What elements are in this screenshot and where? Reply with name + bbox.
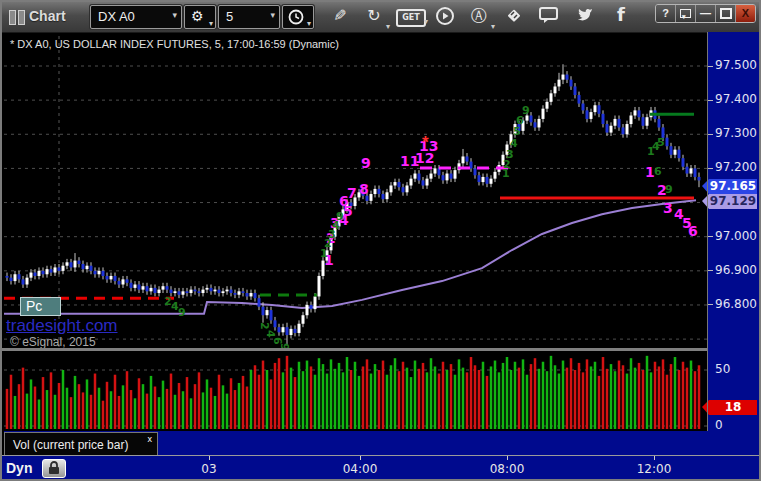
candle-body <box>610 126 613 133</box>
volume-bar <box>138 378 141 429</box>
candle-body <box>118 281 121 284</box>
volume-bar <box>66 388 69 429</box>
volume-bar <box>62 370 65 429</box>
last-price-tag: 97.129 <box>709 194 757 209</box>
volume-bar <box>34 387 37 429</box>
symbol-dropdown[interactable]: DX A0 ▾ <box>90 5 182 29</box>
price-axis-label: 96.800 <box>715 297 757 311</box>
volume-bar <box>130 390 133 429</box>
axis-tick <box>708 66 713 67</box>
play-icon[interactable] <box>433 6 457 28</box>
axis-tick <box>708 100 713 101</box>
volume-bar <box>334 369 337 429</box>
candle-body <box>634 110 637 115</box>
copyright-label: © eSignal, 2015 <box>10 335 96 349</box>
refresh-share-icon[interactable]: ↻▾ <box>362 6 386 28</box>
dynamic-mode-button[interactable]: Dyn <box>6 460 32 476</box>
candle-body <box>394 182 397 185</box>
candle-body <box>426 179 429 186</box>
count-number: 9 <box>665 183 673 196</box>
volume-bar <box>310 366 313 429</box>
candle-body <box>154 288 157 293</box>
candle-body <box>614 119 617 126</box>
volume-bar <box>354 362 357 429</box>
volume-bar <box>166 389 169 429</box>
interval-dropdown[interactable]: 5 ▾ <box>218 5 280 29</box>
auto-trade-icon[interactable]: Ⓐ▾ <box>467 6 491 28</box>
candle-body <box>106 276 109 279</box>
time-interval-button[interactable]: ▾ <box>282 5 314 29</box>
candle-body <box>74 261 77 268</box>
volume-bar <box>634 368 637 429</box>
volume-bar <box>394 358 397 429</box>
price-tag-icon[interactable] <box>502 6 526 28</box>
volume-pane-svg[interactable] <box>4 351 707 431</box>
minimize-button[interactable]: — <box>696 5 716 22</box>
price-axis[interactable]: 97.50097.40097.30097.20097.10097.00096.9… <box>708 32 759 456</box>
maximize-button[interactable] <box>716 5 736 22</box>
candle-body <box>38 271 41 276</box>
candle-body <box>218 290 221 293</box>
volume-bar <box>178 383 181 429</box>
candle-body <box>414 174 417 179</box>
price-axis-label: 97.000 <box>715 229 757 243</box>
time-tick <box>209 456 210 460</box>
volume-bar <box>662 359 665 429</box>
popout-button[interactable] <box>676 5 696 22</box>
time-axis-label: 08:00 <box>477 462 537 476</box>
close-button[interactable]: X <box>736 5 755 22</box>
tradesight-link[interactable]: tradesight.com <box>6 316 118 336</box>
candle-body <box>306 305 309 315</box>
candle-body <box>562 75 565 80</box>
twitter-icon[interactable] <box>571 6 595 28</box>
help-button[interactable]: ? <box>656 5 676 22</box>
get-data-button[interactable]: GET▾ <box>396 9 426 27</box>
price-pane-svg[interactable]: 123456789111213123456*249246912349123456… <box>4 32 707 349</box>
draw-pencil-icon[interactable]: ✎ <box>328 6 352 28</box>
volume-bar <box>282 372 285 429</box>
candle-body <box>62 266 65 271</box>
candle-body <box>170 290 173 293</box>
volume-bar <box>14 396 17 429</box>
tag-icon <box>505 6 523 24</box>
volume-bar <box>658 366 661 429</box>
volume-bar <box>446 370 449 429</box>
volume-bar <box>654 362 657 429</box>
candle-body <box>126 279 129 282</box>
volume-bar <box>678 370 681 429</box>
candle-body <box>114 276 117 281</box>
facebook-icon[interactable]: f <box>609 4 633 26</box>
chat-bubble-icon[interactable] <box>537 6 561 28</box>
play-circle-icon <box>436 7 454 25</box>
candle-body <box>478 175 481 182</box>
volume-bar <box>482 362 485 429</box>
candle-body <box>694 168 697 177</box>
volume-bar <box>94 374 97 429</box>
volume-bar <box>314 375 317 429</box>
candle-body <box>178 291 181 294</box>
volume-bar <box>514 362 517 429</box>
candle-body <box>546 102 549 109</box>
candle-body <box>542 109 545 119</box>
volume-bar <box>578 363 581 429</box>
candle-body <box>46 269 49 274</box>
axis-tick <box>708 304 713 305</box>
lock-button[interactable] <box>42 459 66 478</box>
candle-body <box>530 116 533 123</box>
candle-body <box>302 315 305 324</box>
volume-bar <box>346 357 349 429</box>
volume-bar <box>182 391 185 429</box>
candle-body <box>314 296 317 309</box>
volume-bar <box>134 398 137 429</box>
close-icon[interactable]: x <box>148 434 153 444</box>
volume-tab[interactable]: Vol (current price bar) x <box>4 432 158 456</box>
volume-bar <box>50 372 53 429</box>
volume-bar <box>650 372 653 429</box>
volume-bar <box>326 374 329 429</box>
volume-bar <box>434 366 437 429</box>
volume-bar <box>586 359 589 429</box>
candle-body <box>574 86 577 95</box>
count-number: 6 <box>654 165 662 178</box>
speech-bubble-icon <box>539 6 559 24</box>
symbol-settings-button[interactable]: ⚙ ▾ <box>184 5 216 29</box>
